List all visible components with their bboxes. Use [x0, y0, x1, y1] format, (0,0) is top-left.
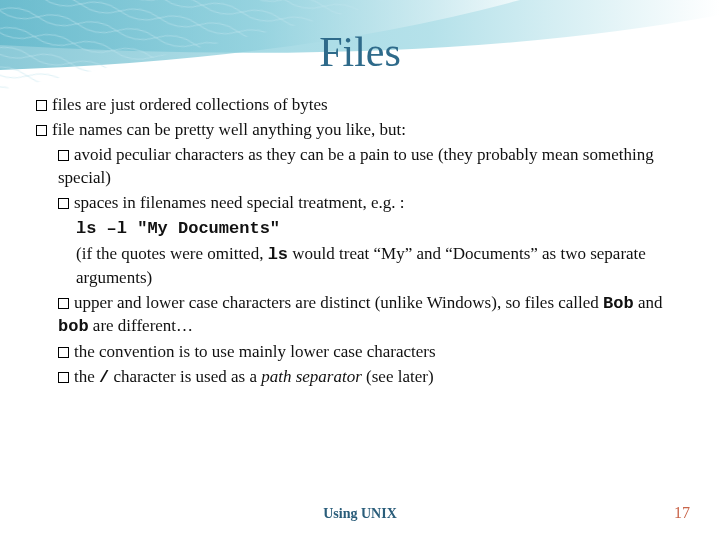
note-line: (if the quotes were omitted, ls would tr…: [36, 243, 684, 290]
bullet-box-icon: [58, 347, 69, 358]
bullet-box-icon: [58, 372, 69, 383]
bullet-box-icon: [58, 198, 69, 209]
bullet-text: and: [634, 293, 663, 312]
bullet-text: the convention is to use mainly lower ca…: [74, 342, 436, 361]
bullet-box-icon: [58, 298, 69, 309]
slide-content: files are just ordered collections of by…: [0, 76, 720, 390]
bullet-item: the / character is used as a path separa…: [36, 366, 684, 390]
bullet-text: the: [74, 367, 99, 386]
bullet-box-icon: [36, 125, 47, 136]
bullet-item: the convention is to use mainly lower ca…: [36, 341, 684, 364]
bullet-box-icon: [36, 100, 47, 111]
bullet-item: file names can be pretty well anything y…: [36, 119, 684, 142]
bullet-text: file names can be pretty well anything y…: [52, 120, 406, 139]
italic-term: path separator: [261, 367, 362, 386]
bullet-text: character is used as a: [109, 367, 261, 386]
bullet-text: are different…: [89, 316, 193, 335]
command-text: ls –l "My Documents": [76, 219, 280, 238]
bullet-item: spaces in filenames need special treatme…: [36, 192, 684, 215]
bullet-item: upper and lower case characters are dist…: [36, 292, 684, 340]
code-inline: /: [99, 368, 109, 387]
code-inline: ls: [268, 245, 288, 264]
bullet-item: avoid peculiar characters as they can be…: [36, 144, 684, 190]
page-number: 17: [674, 504, 690, 522]
code-inline: bob: [58, 317, 89, 336]
command-line: ls –l "My Documents": [36, 217, 684, 241]
bullet-item: files are just ordered collections of by…: [36, 94, 684, 117]
bullet-box-icon: [58, 150, 69, 161]
bullet-text: avoid peculiar characters as they can be…: [58, 145, 654, 187]
note-text: (if the quotes were omitted,: [76, 244, 268, 263]
footer-text: Using UNIX: [0, 506, 720, 522]
slide-title: Files: [0, 0, 720, 76]
bullet-text: files are just ordered collections of by…: [52, 95, 328, 114]
code-inline: Bob: [603, 294, 634, 313]
bullet-text: upper and lower case characters are dist…: [74, 293, 603, 312]
bullet-text: spaces in filenames need special treatme…: [74, 193, 404, 212]
bullet-text: (see later): [362, 367, 434, 386]
